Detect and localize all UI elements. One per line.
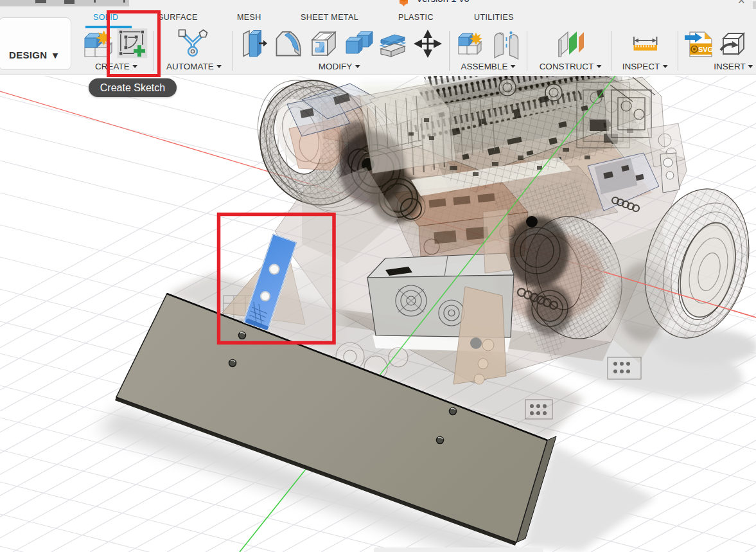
svg-text:SVG: SVG [698,46,713,53]
